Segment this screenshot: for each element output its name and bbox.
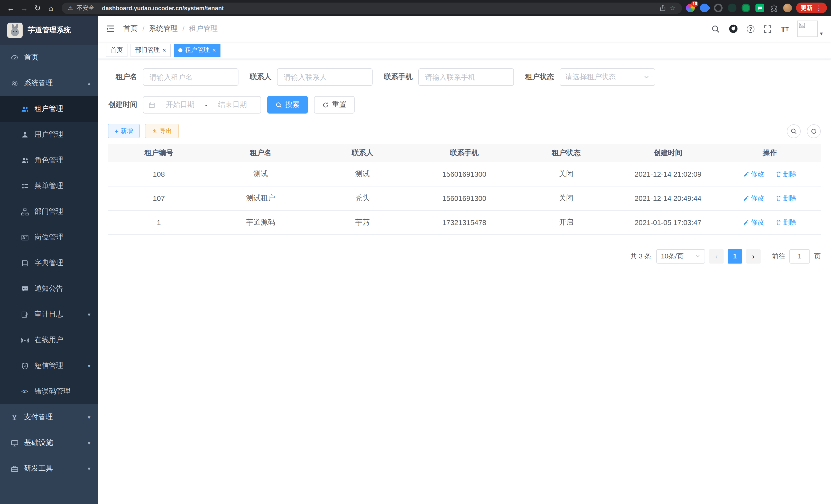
pagination-total: 共 3 条 xyxy=(630,251,651,261)
tab-dept-mgmt[interactable]: 部门管理 × xyxy=(131,43,171,57)
sidebar-item-dept-mgmt[interactable]: 部门管理 xyxy=(0,199,98,225)
browser-reload-icon[interactable]: ↻ xyxy=(31,1,44,14)
edit-button[interactable]: 修改 xyxy=(743,169,764,179)
sidebar-item-infrastructure[interactable]: 基础设施 ▾ xyxy=(0,430,98,456)
monitor-icon xyxy=(10,439,19,447)
screen: ← → ↻ ⌂ ⚠ 不安全 dashboard.yudao.iocoder.cn… xyxy=(0,0,831,504)
browser-back-icon[interactable]: ← xyxy=(4,1,18,14)
tenant-name-input[interactable] xyxy=(143,68,238,86)
sidebar-item-home[interactable]: 首页 xyxy=(0,45,98,70)
sidebar-item-label: 支付管理 xyxy=(24,413,53,422)
breadcrumb-item-home[interactable]: 首页 xyxy=(123,24,138,33)
contact-input[interactable] xyxy=(277,68,373,86)
user-avatar-menu[interactable]: ▾ xyxy=(797,21,823,37)
create-time-range-picker[interactable]: 开始日期 - 结束日期 xyxy=(143,96,261,114)
tab-label: 部门管理 xyxy=(135,46,160,55)
add-button[interactable]: + 新增 xyxy=(108,124,140,138)
sidebar-item-sms-mgmt[interactable]: 短信管理 ▾ xyxy=(0,353,98,379)
delete-button[interactable]: 删除 xyxy=(775,194,797,203)
chevron-down-icon: ▾ xyxy=(88,311,90,318)
pencil-icon xyxy=(743,195,749,201)
table-header-row: 租户编号 租户名 联系人 联系手机 租户状态 创建时间 操作 xyxy=(108,144,821,162)
chevron-down-icon xyxy=(643,74,650,80)
breadcrumb-item-system[interactable]: 系统管理 xyxy=(149,24,178,33)
trash-icon xyxy=(775,171,782,177)
sidebar-item-label: 字典管理 xyxy=(34,259,63,268)
delete-button[interactable]: 删除 xyxy=(775,217,797,227)
sidebar-item-tenant-mgmt[interactable]: 租户管理 xyxy=(0,96,98,122)
chevron-up-icon: ▴ xyxy=(88,80,90,87)
sidebar-item-user-mgmt[interactable]: 用户管理 xyxy=(0,122,98,147)
sidebar-item-dict-mgmt[interactable]: 字典管理 xyxy=(0,250,98,276)
phone-input[interactable] xyxy=(418,68,514,86)
refresh-table-button[interactable] xyxy=(807,124,821,138)
delete-button[interactable]: 删除 xyxy=(775,169,797,179)
sidebar-item-system[interactable]: 系统管理 ▴ xyxy=(0,70,98,96)
browser-profile-avatar[interactable] xyxy=(783,4,792,12)
font-size-icon[interactable]: TT xyxy=(781,24,789,33)
sidebar-item-menu-mgmt[interactable]: 菜单管理 xyxy=(0,173,98,199)
dark-extension-icon[interactable] xyxy=(728,4,737,12)
fullscreen-icon[interactable] xyxy=(763,24,772,33)
share-icon[interactable] xyxy=(660,5,666,11)
sidebar-item-notice[interactable]: 通知公告 xyxy=(0,276,98,302)
org-tree-icon xyxy=(21,208,29,216)
breadcrumb-separator: / xyxy=(142,25,144,33)
table-toolbar: + 新增 导出 xyxy=(108,124,821,138)
not-secure-warning-icon: ⚠ xyxy=(68,5,73,11)
browser-home-icon[interactable]: ⌂ xyxy=(44,1,58,14)
sidebar-toggle-hamburger-icon[interactable] xyxy=(106,24,115,33)
col-phone: 联系手机 xyxy=(413,144,515,162)
drop-extension-icon[interactable] xyxy=(698,2,711,14)
plus-icon: + xyxy=(115,127,118,135)
tab-home[interactable]: 首页 xyxy=(106,43,127,57)
message-bubble-icon xyxy=(21,285,29,293)
update-button[interactable]: 更新 ⋮ xyxy=(796,3,827,13)
sidebar-item-label: 租户管理 xyxy=(34,104,63,114)
export-button[interactable]: 导出 xyxy=(145,124,179,138)
app-logo-bar[interactable]: 芋道管理系统 xyxy=(0,16,98,45)
green-extension-icon[interactable] xyxy=(742,4,750,12)
reset-button[interactable]: 重置 xyxy=(314,96,354,114)
chevron-down-icon xyxy=(695,253,700,259)
edit-button[interactable]: 修改 xyxy=(743,194,764,203)
bookmark-star-icon[interactable]: ☆ xyxy=(670,4,676,12)
header-search-icon[interactable] xyxy=(711,24,720,33)
user-icon xyxy=(21,130,29,139)
extensions-puzzle-icon[interactable] xyxy=(769,4,778,12)
edit-button[interactable]: 修改 xyxy=(743,217,764,227)
download-icon xyxy=(151,128,157,134)
page-1-button[interactable]: 1 xyxy=(728,249,742,263)
address-bar[interactable]: ⚠ 不安全 dashboard.yudao.iocoder.cn/system/… xyxy=(62,2,682,13)
help-icon[interactable]: ? xyxy=(747,25,754,33)
sidebar-item-role-mgmt[interactable]: 角色管理 xyxy=(0,147,98,173)
next-page-button[interactable]: › xyxy=(746,249,761,263)
ring-extension-icon[interactable] xyxy=(714,4,722,12)
sidebar-item-audit-log[interactable]: 审计日志 ▾ xyxy=(0,302,98,327)
toggle-search-button[interactable] xyxy=(787,124,801,138)
sidebar-item-post-mgmt[interactable]: 岗位管理 xyxy=(0,225,98,250)
sidebar-item-payment[interactable]: ¥ 支付管理 ▾ xyxy=(0,404,98,430)
url-text: dashboard.yudao.iocoder.cn/system/tenant xyxy=(102,5,224,11)
sidebar-item-dev-tools[interactable]: 研发工具 ▾ xyxy=(0,456,98,481)
col-tenant-name: 租户名 xyxy=(210,144,311,162)
search-button[interactable]: 搜索 xyxy=(267,96,308,114)
palette-extension-icon[interactable]: 10 xyxy=(686,4,695,12)
github-icon[interactable] xyxy=(729,24,738,33)
chat-extension-icon[interactable] xyxy=(755,4,764,12)
page-size-select[interactable]: 10条/页 xyxy=(656,249,705,263)
tab-tenant-mgmt[interactable]: 租户管理 × xyxy=(174,43,221,57)
close-icon[interactable]: × xyxy=(212,47,216,53)
browser-menu-kebab-icon[interactable]: ⋮ xyxy=(815,4,822,12)
close-icon[interactable]: × xyxy=(163,47,166,53)
sidebar-item-online-users[interactable]: 在线用户 xyxy=(0,327,98,353)
table-row: 108 测试 测试 15601691300 关闭 2021-12-14 21:0… xyxy=(108,162,821,186)
browser-toolbar: ← → ↻ ⌂ ⚠ 不安全 dashboard.yudao.iocoder.cn… xyxy=(0,0,831,16)
chevron-down-icon: ▾ xyxy=(88,465,90,472)
sidebar-item-error-code[interactable]: </> 错误码管理 xyxy=(0,379,98,404)
goto-page-input[interactable] xyxy=(790,249,810,263)
prev-page-button[interactable]: ‹ xyxy=(709,249,724,263)
browser-forward-icon[interactable]: → xyxy=(18,1,31,14)
dashboard-icon xyxy=(10,53,19,62)
tenant-status-select[interactable]: 请选择租户状态 xyxy=(560,68,655,86)
